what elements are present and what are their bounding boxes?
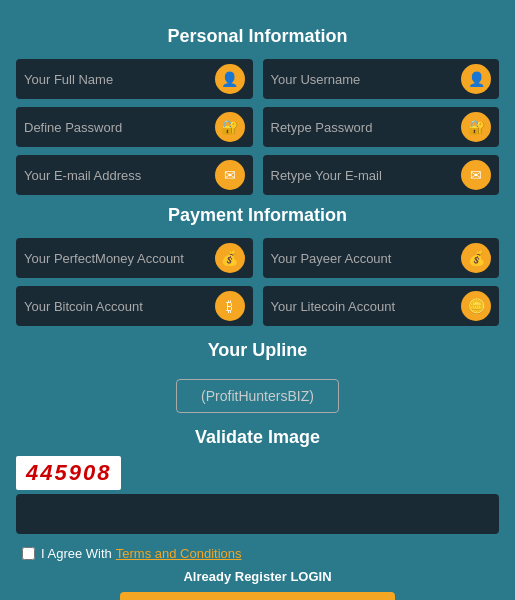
already-login-row: Already Register LOGIN bbox=[16, 569, 499, 584]
retype-email-wrapper: ✉ bbox=[263, 155, 500, 195]
password-icon: 🔐 bbox=[215, 112, 245, 142]
captcha-input[interactable] bbox=[24, 506, 104, 522]
retype-password-input[interactable] bbox=[271, 120, 456, 135]
name-username-row: 👤 👤 bbox=[16, 59, 499, 99]
litecoin-input[interactable] bbox=[271, 299, 456, 314]
payeer-input[interactable] bbox=[271, 251, 456, 266]
username-input[interactable] bbox=[271, 72, 456, 87]
email-row: ✉ ✉ bbox=[16, 155, 499, 195]
validate-title: Validate Image bbox=[16, 427, 499, 448]
agree-checkbox[interactable] bbox=[22, 547, 35, 560]
payment-info-title: Payment Information bbox=[16, 205, 499, 226]
agree-row: I Agree With Terms and Conditions bbox=[22, 546, 499, 561]
username-wrapper: 👤 bbox=[263, 59, 500, 99]
upline-value: (ProfitHuntersBIZ) bbox=[176, 379, 339, 413]
password-wrapper: 🔐 bbox=[16, 107, 253, 147]
payment-row1: 💰 💰 bbox=[16, 238, 499, 278]
perfectmoney-wrapper: 💰 bbox=[16, 238, 253, 278]
validate-section: Validate Image 445908 bbox=[16, 427, 499, 534]
already-register-text: Already Register bbox=[183, 569, 286, 584]
password-input[interactable] bbox=[24, 120, 209, 135]
upline-title: Your Upline bbox=[16, 340, 499, 361]
bitcoin-icon: ₿ bbox=[215, 291, 245, 321]
person-icon: 👤 bbox=[215, 64, 245, 94]
payment-row2: ₿ 🪙 bbox=[16, 286, 499, 326]
bitcoin-wrapper: ₿ bbox=[16, 286, 253, 326]
perfectmoney-input[interactable] bbox=[24, 251, 209, 266]
litecoin-icon: 🪙 bbox=[461, 291, 491, 321]
terms-link[interactable]: Terms and Conditions bbox=[116, 546, 242, 561]
email-input[interactable] bbox=[24, 168, 209, 183]
bitcoin-input[interactable] bbox=[24, 299, 209, 314]
register-button[interactable]: REGISTER YOUR ACCOUNT bbox=[120, 592, 394, 600]
retype-email-input[interactable] bbox=[271, 168, 456, 183]
full-name-input[interactable] bbox=[24, 72, 209, 87]
email-icon: ✉ bbox=[215, 160, 245, 190]
payeer-wrapper: 💰 bbox=[263, 238, 500, 278]
password-row: 🔐 🔐 bbox=[16, 107, 499, 147]
perfectmoney-icon: 💰 bbox=[215, 243, 245, 273]
username-icon: 👤 bbox=[461, 64, 491, 94]
email-wrapper: ✉ bbox=[16, 155, 253, 195]
captcha-image: 445908 bbox=[16, 456, 121, 490]
retype-password-icon: 🔐 bbox=[461, 112, 491, 142]
login-link[interactable]: LOGIN bbox=[290, 569, 331, 584]
upline-section: Your Upline (ProfitHuntersBIZ) bbox=[16, 340, 499, 413]
retype-password-wrapper: 🔐 bbox=[263, 107, 500, 147]
register-btn-wrapper: REGISTER YOUR ACCOUNT bbox=[16, 592, 499, 600]
payeer-icon: 💰 bbox=[461, 243, 491, 273]
captcha-input-wrapper bbox=[16, 494, 499, 534]
personal-info-title: Personal Information bbox=[16, 26, 499, 47]
full-name-wrapper: 👤 bbox=[16, 59, 253, 99]
retype-email-icon: ✉ bbox=[461, 160, 491, 190]
agree-label: I Agree With bbox=[41, 546, 112, 561]
litecoin-wrapper: 🪙 bbox=[263, 286, 500, 326]
